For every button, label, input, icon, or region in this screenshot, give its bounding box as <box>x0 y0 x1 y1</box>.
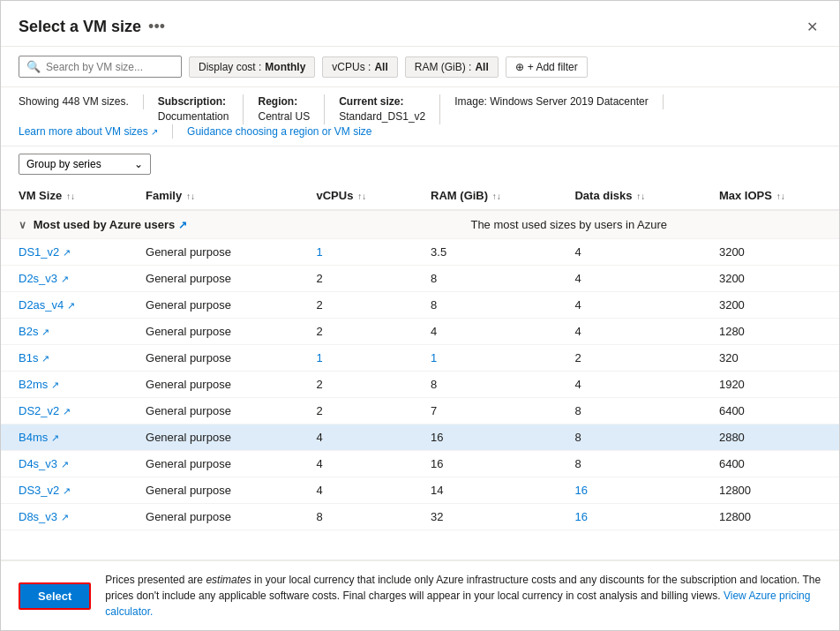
image-label: Image: Windows Server 2019 Datacenter <box>454 95 648 108</box>
cell-max-iops: 320 <box>701 345 839 372</box>
cell-ram: 16 <box>413 451 557 477</box>
trend-icon: ↗ <box>61 512 69 522</box>
select-button[interactable]: Select <box>19 582 91 610</box>
vm-name-link[interactable]: B2s <box>19 325 38 338</box>
trend-icon: ↗ <box>41 327 49 337</box>
current-size-info: Current size: Standard_DS1_v2 <box>339 94 440 124</box>
vm-name-link[interactable]: DS2_v2 <box>19 404 59 417</box>
table-row[interactable]: DS2_v2 ↗ General purpose 2 7 8 6400 <box>1 398 839 424</box>
table-row[interactable]: B1s ↗ General purpose 1 1 2 320 <box>1 345 839 372</box>
cell-data-disks: 4 <box>557 319 701 345</box>
trend-icon: ↗ <box>41 353 49 364</box>
col-header-vcpus[interactable]: vCPUs ↑↓ <box>298 182 413 210</box>
search-box[interactable]: 🔍 <box>19 56 182 78</box>
cell-data-disks: 4 <box>557 372 701 398</box>
vm-name-link[interactable]: B4ms <box>19 431 48 444</box>
info-bar: Showing 448 VM sizes. Subscription: Docu… <box>1 87 839 146</box>
vm-name-link[interactable]: DS3_v2 <box>19 484 59 497</box>
cell-max-iops: 6400 <box>701 451 839 477</box>
vm-name-link[interactable]: D8s_v3 <box>19 510 57 523</box>
cell-vm-size: D2as_v4 ↗ <box>1 292 128 319</box>
vm-name-link[interactable]: D2as_v4 <box>19 298 64 312</box>
ram-filter[interactable]: RAM (GiB) : All <box>405 56 499 78</box>
collapse-icon[interactable]: ∨ <box>19 219 26 231</box>
cell-data-disks: 16 <box>557 504 701 530</box>
col-header-max-iops[interactable]: Max IOPS ↑↓ <box>701 182 839 210</box>
cell-vcpus: 2 <box>298 266 413 292</box>
cell-ram: 16 <box>413 424 557 451</box>
subscription-value: Documentation <box>158 110 229 123</box>
table-row[interactable]: DS3_v2 ↗ General purpose 4 14 16 12800 <box>1 477 839 504</box>
learn-more-link[interactable]: Learn more about VM sizes <box>19 125 148 138</box>
cell-family: General purpose <box>128 424 298 451</box>
trend-icon: ↗ <box>51 379 59 390</box>
col-header-family[interactable]: Family ↑↓ <box>128 182 298 210</box>
vm-name-link[interactable]: DS1_v2 <box>19 245 59 259</box>
table-row[interactable]: DS1_v2 ↗ General purpose 1 3.5 4 3200 <box>1 239 839 266</box>
table-row[interactable]: D2s_v3 ↗ General purpose 2 8 4 3200 <box>1 266 839 292</box>
more-options-icon[interactable]: ••• <box>148 18 165 36</box>
cell-family: General purpose <box>128 319 298 345</box>
showing-count: 448 VM sizes. <box>62 95 128 108</box>
table-row[interactable]: B2ms ↗ General purpose 2 8 4 1920 <box>1 372 839 398</box>
current-size-label: Current size: <box>339 94 425 109</box>
footer-text: Prices presented are estimates in your l… <box>105 572 821 620</box>
vm-name-link[interactable]: B2ms <box>19 378 48 391</box>
add-filter-label: + Add filter <box>528 61 578 73</box>
cell-vcpus: 2 <box>298 398 413 424</box>
col-header-ram[interactable]: RAM (GiB) ↑↓ <box>413 182 557 210</box>
vcpus-filter[interactable]: vCPUs : All <box>322 56 397 78</box>
dialog-title: Select a VM size <box>19 18 141 36</box>
cell-ram: 1 <box>413 345 557 372</box>
cell-vm-size: D8s_v3 ↗ <box>1 504 128 530</box>
search-input[interactable] <box>46 61 174 73</box>
region-label: Region: <box>258 94 310 109</box>
group-by-select[interactable]: Group by series ⌄ <box>19 154 151 175</box>
trend-icon: ↗ <box>67 300 75 311</box>
trend-icon: ↗ <box>51 432 59 443</box>
guidance-info: Guidance choosing a region or VM size <box>187 124 386 139</box>
group-by-chevron-icon: ⌄ <box>134 158 143 170</box>
cell-data-disks: 8 <box>557 451 701 477</box>
table-row[interactable]: D2as_v4 ↗ General purpose 2 8 4 3200 <box>1 292 839 319</box>
vm-name-link[interactable]: D4s_v3 <box>19 457 57 470</box>
sort-icon-family: ↑↓ <box>184 192 195 201</box>
group-by-row: Group by series ⌄ <box>1 146 839 182</box>
region-value: Central US <box>258 110 310 123</box>
display-cost-filter[interactable]: Display cost : Monthly <box>189 56 315 78</box>
display-cost-label: Display cost : <box>199 61 261 73</box>
cell-family: General purpose <box>128 504 298 530</box>
table-row[interactable]: D8s_v3 ↗ General purpose 8 32 16 12800 <box>1 504 839 530</box>
add-filter-button[interactable]: ⊕ + Add filter <box>506 56 588 78</box>
col-header-data-disks[interactable]: Data disks ↑↓ <box>557 182 701 210</box>
guidance-link[interactable]: Guidance choosing a region or VM size <box>187 125 371 138</box>
vcpus-label: vCPUs : <box>332 61 371 73</box>
group-header-row: ∨ Most used by Azure users ↗ The most us… <box>1 210 839 239</box>
footer: Select Prices presented are estimates in… <box>1 560 839 630</box>
table-row[interactable]: B2s ↗ General purpose 2 4 4 1280 <box>1 319 839 345</box>
sort-icon-ram: ↑↓ <box>490 192 501 201</box>
vcpus-value: All <box>374 61 387 73</box>
table-row[interactable]: D4s_v3 ↗ General purpose 4 16 8 6400 <box>1 451 839 477</box>
search-icon: 🔍 <box>26 60 41 73</box>
cell-ram: 8 <box>413 372 557 398</box>
cell-vm-size: D2s_v3 ↗ <box>1 266 128 292</box>
cell-data-disks: 8 <box>557 398 701 424</box>
cell-vm-size: DS1_v2 ↗ <box>1 239 128 266</box>
current-size-value: Standard_DS1_v2 <box>339 110 425 123</box>
title-area: Select a VM size ••• <box>19 18 165 36</box>
table-row[interactable]: B4ms ↗ General purpose 4 16 8 2880 <box>1 424 839 451</box>
cell-max-iops: 12800 <box>701 504 839 530</box>
col-header-vm-size[interactable]: VM Size ↑↓ <box>1 182 128 210</box>
close-button[interactable]: ✕ <box>803 15 821 39</box>
cell-max-iops: 1920 <box>701 372 839 398</box>
showing-info: Showing 448 VM sizes. <box>19 94 144 109</box>
cell-data-disks: 2 <box>557 345 701 372</box>
ram-label: RAM (GiB) : <box>415 61 472 73</box>
cell-family: General purpose <box>128 266 298 292</box>
showing-label: Showing <box>19 95 59 108</box>
group-label: Most used by Azure users <box>34 218 176 231</box>
trend-icon: ↗ <box>63 485 71 496</box>
vm-name-link[interactable]: B1s <box>19 351 38 364</box>
vm-name-link[interactable]: D2s_v3 <box>19 272 57 285</box>
